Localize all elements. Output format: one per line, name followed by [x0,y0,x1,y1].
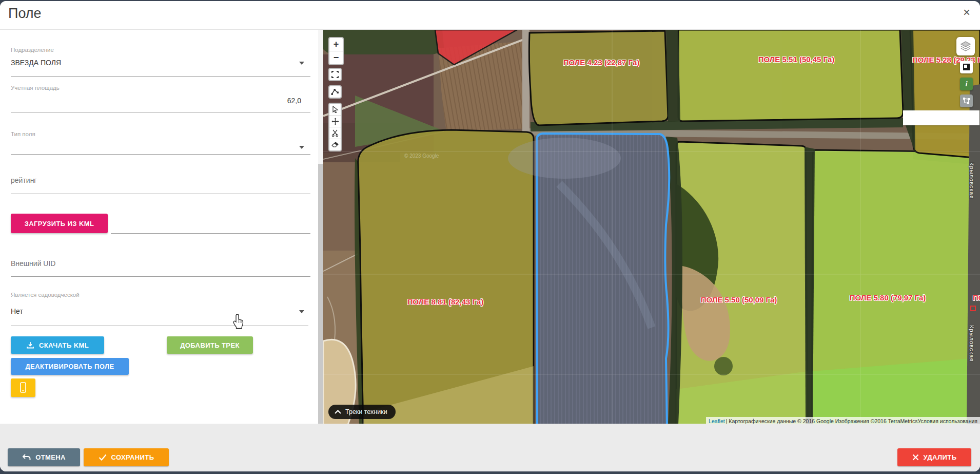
street-name-label: Крыловская [969,162,975,199]
polygon-edit-button[interactable] [960,94,973,107]
area-input[interactable]: 62,0 [11,97,301,105]
divider [11,76,310,77]
minimap-icon [963,64,970,70]
zoom-control: + − [328,37,344,65]
google-watermark: © 2023 Google [404,153,439,159]
street-name-label: Крыловская [969,325,975,362]
measure-icon [331,88,339,96]
external-uid-input[interactable] [11,259,216,268]
divider [11,194,310,194]
horticultural-label: Является садоводческой [11,292,80,298]
kml-file-input-line[interactable] [111,233,310,234]
tracks-label: Треки техники [345,408,387,415]
check-icon [99,454,107,461]
field-dialog: Поле × Подразделение ЗВЕЗДА ПОЛЯ Учетная… [0,1,980,471]
terms-link[interactable]: Условия использования [917,418,977,424]
field-label[interactable]: ПОЛЕ 4.23 (22,87 Га) [563,58,639,67]
polygon-vertices-icon [963,97,970,105]
deactivate-field-button[interactable]: ДЕАКТИВИРОВАТЬ ПОЛЕ [11,358,129,375]
division-label: Подразделение [11,47,54,53]
field-form-panel: Подразделение ЗВЕЗДА ПОЛЯ Учетная площад… [0,30,323,425]
edit-tools [328,103,342,151]
download-kml-button[interactable]: СКАЧАТЬ KML [11,336,104,354]
dialog-header: Поле × [0,1,980,30]
field-label[interactable]: ПОЛЕ 5.50 (50,09 Га) [701,295,777,304]
cut-tool[interactable] [329,127,341,139]
satellite-canvas [323,30,980,425]
chevron-down-icon[interactable] [299,310,304,313]
field-label[interactable]: ПОЛЕ 5.80 (79,97 Га) [850,293,926,302]
add-track-button[interactable]: ДОБАВИТЬ ТРЕК [167,336,253,354]
leaflet-link[interactable]: Leaflet [709,418,725,424]
machine-tracks-toggle[interactable]: Треки техники [328,405,396,419]
close-icon[interactable]: × [963,6,970,18]
fullscreen-icon [331,71,339,78]
download-kml-label: СКАЧАТЬ KML [39,342,89,349]
delete-button[interactable]: УДАЛИТЬ [897,448,971,466]
minimap-toggle-button[interactable] [960,61,973,73]
page-title: Поле [8,6,42,22]
layers-icon [959,40,972,52]
move-tool[interactable] [329,115,341,127]
divider [11,276,310,277]
mouse-cursor-hand [232,313,245,332]
chevron-down-icon[interactable] [299,146,304,149]
fullscreen-button[interactable] [328,68,342,81]
phone-icon [19,382,27,393]
undo-icon [22,454,31,461]
field-label[interactable]: ПОЛЕ 8.81 (82,43 Га) [407,297,483,306]
rating-input[interactable] [11,176,216,184]
measure-draw-button[interactable] [328,85,342,99]
zoom-out-button[interactable]: − [329,51,343,64]
info-button[interactable]: i [960,78,973,90]
area-label: Учетная площадь [11,85,60,91]
save-label: СОХРАНИТЬ [111,453,154,461]
division-select[interactable]: ЗВЕЗДА ПОЛЯ [11,59,61,67]
load-from-kml-button[interactable]: ЗАГРУЗИТЬ ИЗ KML [11,214,108,233]
field-type-label: Тип поля [11,131,35,137]
form-scrollbar-thumb[interactable] [318,164,323,425]
delete-label: УДАЛИТЬ [924,453,957,461]
eraser-tool[interactable] [329,139,341,150]
divider [11,154,310,155]
divider [11,112,310,112]
field-label-clipped[interactable]: ПОЛЕ [973,293,980,302]
cancel-label: ОТМЕНА [35,453,66,461]
horticultural-select[interactable]: Нет [11,307,23,315]
download-icon [26,342,34,349]
attribution-text: | Картографические данные © 2016 Google … [726,418,918,424]
dialog-footer: ОТМЕНА СОХРАНИТЬ УДАЛИТЬ [0,424,980,471]
divider [11,326,308,326]
legend-placeholder-box [903,110,979,125]
save-button[interactable]: СОХРАНИТЬ [84,448,169,466]
zoom-in-button[interactable]: + [329,38,343,51]
field-label[interactable]: ПОЛЕ 5.51 (50,45 Га) [758,55,834,64]
leaflet-map[interactable]: ПОЛЕ 4.23 (22,87 Га) ПОЛЕ 5.51 (50,45 Га… [323,30,980,425]
layers-button[interactable] [956,37,975,55]
x-icon [912,454,919,461]
select-cursor-tool[interactable] [329,104,341,115]
cancel-button[interactable]: ОТМЕНА [8,448,80,466]
mobile-button[interactable] [11,378,35,397]
chevron-down-icon[interactable] [299,62,304,65]
chevron-up-icon [335,410,341,414]
